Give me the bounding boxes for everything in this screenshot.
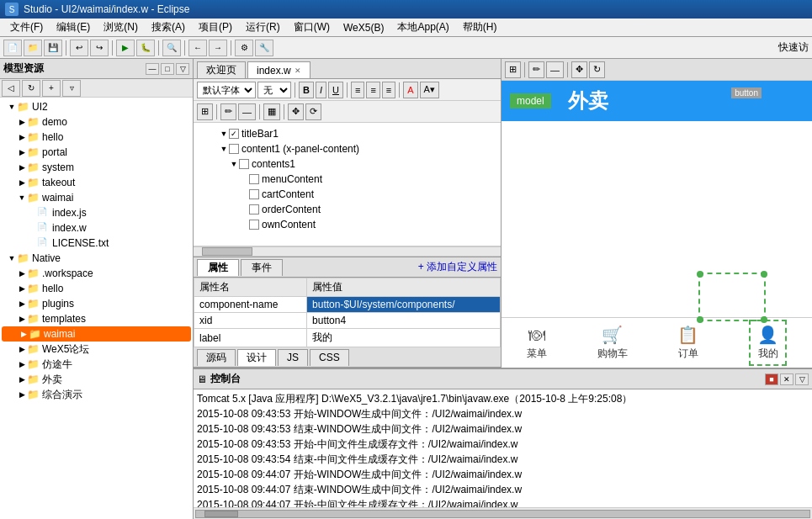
handle-tr[interactable] <box>761 271 767 278</box>
tree-editor-menucontent[interactable]: menuContent <box>195 172 499 187</box>
align-center-btn[interactable]: ≡ <box>366 82 379 98</box>
preview-grid-btn[interactable]: ⊞ <box>505 61 521 78</box>
source-tab-design[interactable]: 设计 <box>237 349 276 366</box>
expand-titlebar1[interactable]: ▼ <box>219 130 229 138</box>
check-content1[interactable] <box>229 144 239 154</box>
prop-tab-attributes[interactable]: 属性 <box>197 259 239 276</box>
expand-arrow-native[interactable]: ▼ <box>7 254 17 262</box>
tree-item-indexw[interactable]: 📄 index.w <box>0 220 193 236</box>
tab-indexw[interactable]: index.w ✕ <box>247 61 310 78</box>
handle-bl[interactable] <box>697 316 703 323</box>
tree-item-workspace[interactable]: ▶ 📁 .workspace <box>0 266 193 281</box>
tree-editor-ordercontent[interactable]: orderContent <box>195 202 499 217</box>
tree-item-wex5forum[interactable]: ▶ 📁 WeX5论坛 <box>0 342 193 357</box>
settings-btn[interactable]: 🔧 <box>255 40 273 56</box>
expand-arrow-plugins[interactable]: ▶ <box>17 299 27 308</box>
nav-item-mine[interactable]: 👤 我的 <box>749 320 787 366</box>
prop-value-2[interactable]: 我的 <box>307 329 501 347</box>
move-btn[interactable]: ✥ <box>288 103 304 120</box>
expand-arrow-wex5forum[interactable]: ▶ <box>17 345 27 353</box>
run-btn[interactable]: ▶ <box>116 40 135 56</box>
view-menu-btn[interactable]: ▽ <box>176 63 189 75</box>
console-scrollbar[interactable] <box>194 507 812 519</box>
grid-btn[interactable]: ⊞ <box>197 103 213 120</box>
tree-editor-content1[interactable]: ▼ content1 (x-panel-content) <box>195 141 499 156</box>
redo-btn[interactable]: ↪ <box>90 40 109 56</box>
back-btn[interactable]: ← <box>188 40 207 56</box>
save-btn[interactable]: 💾 <box>44 40 62 56</box>
expand-arrow-takeout[interactable]: ▶ <box>17 178 27 187</box>
expand-arrow-ui2[interactable]: ▼ <box>7 103 17 111</box>
expand-arrow-workspace[interactable]: ▶ <box>17 269 27 278</box>
tree-filter-btn[interactable]: ▿ <box>62 80 81 97</box>
expand-arrow-fangtun[interactable]: ▶ <box>17 360 27 368</box>
minimize-btn[interactable]: — <box>146 63 159 75</box>
console-close-btn[interactable]: ✕ <box>780 373 793 385</box>
open-btn[interactable]: 📁 <box>24 40 42 56</box>
check-cartcontent[interactable] <box>249 189 259 199</box>
undo-btn[interactable]: ↩ <box>70 40 88 56</box>
preview-refresh-btn[interactable]: ↻ <box>589 61 605 78</box>
handle-br[interactable] <box>761 316 767 323</box>
tree-item-templates[interactable]: ▶ 📁 templates <box>0 311 193 326</box>
underline-btn[interactable]: U <box>328 82 343 98</box>
bold-btn[interactable]: B <box>299 82 314 98</box>
pen-btn[interactable]: ✏ <box>220 103 236 120</box>
tree-item-waimai-ui2[interactable]: ▼ 📁 waimai <box>0 190 193 205</box>
align-left-btn[interactable]: ≡ <box>351 82 364 98</box>
console-scrollbar-track[interactable] <box>195 510 810 518</box>
expand-content1[interactable]: ▼ <box>219 145 229 153</box>
nav-item-order[interactable]: 📋 订单 <box>677 325 698 361</box>
tree-item-hello[interactable]: ▶ 📁 hello <box>0 130 193 145</box>
tree-editor-contents1[interactable]: ▼ contents1 <box>195 156 499 172</box>
expand-arrow-waimai-native[interactable]: ▶ <box>19 330 29 338</box>
font-family-select[interactable]: 默认字体 <box>197 82 256 98</box>
prop-tab-events[interactable]: 事件 <box>241 259 283 276</box>
tree-item-ui2[interactable]: ▼ 📁 UI2 <box>0 99 193 114</box>
check-owncontent[interactable] <box>249 220 259 230</box>
italic-btn[interactable]: I <box>316 82 326 98</box>
menu-wex5[interactable]: WeX5(B) <box>337 20 390 35</box>
expand-arrow-comprehensive[interactable]: ▶ <box>17 390 27 399</box>
nav-item-cart[interactable]: 🛒 购物车 <box>597 325 628 361</box>
check-menucontent[interactable] <box>249 174 259 184</box>
tree-item-hello-native[interactable]: ▶ 📁 hello <box>0 281 193 296</box>
tree-editor-owncontent[interactable]: ownContent <box>195 217 499 232</box>
menu-search[interactable]: 搜索(A) <box>145 19 192 36</box>
menu-browse[interactable]: 浏览(N) <box>97 19 145 36</box>
preview-pen-btn[interactable]: ✏ <box>528 61 544 78</box>
tree-collapse-btn[interactable]: ◁ <box>2 80 20 97</box>
menu-file[interactable]: 文件(F) <box>3 19 50 36</box>
console-minimize-btn[interactable]: ■ <box>765 373 778 385</box>
tree-item-fangtun[interactable]: ▶ 📁 仿途牛 <box>0 357 193 372</box>
preview-line-btn[interactable]: — <box>546 61 564 78</box>
debug-btn[interactable]: 🐛 <box>136 40 155 56</box>
source-tab-js[interactable]: JS <box>278 349 308 366</box>
tree-editor-titlebar1[interactable]: ▼ ✓ titleBar1 <box>195 126 499 141</box>
console-menu-btn[interactable]: ▽ <box>795 373 809 385</box>
tree-item-takeout[interactable]: ▶ 📁 takeout <box>0 175 193 190</box>
maximize-btn[interactable]: □ <box>161 63 174 75</box>
expand-arrow-waimai-ui2[interactable]: ▼ <box>17 193 27 202</box>
prop-value-0[interactable]: button-$UI/system/components/ <box>307 297 501 313</box>
h-scrollbar[interactable] <box>194 246 501 257</box>
tree-item-license[interactable]: 📄 LICENSE.txt <box>0 236 193 251</box>
search-btn[interactable]: 🔍 <box>162 40 181 56</box>
forward-btn[interactable]: → <box>209 40 227 56</box>
table-btn[interactable]: ▦ <box>263 103 280 120</box>
tree-item-demo[interactable]: ▶ 📁 demo <box>0 114 193 130</box>
menu-help[interactable]: 帮助(H) <box>456 19 504 36</box>
tree-editor-cartcontent[interactable]: cartContent <box>195 187 499 202</box>
add-property-btn[interactable]: + 添加自定义属性 <box>418 260 497 274</box>
expand-arrow-system[interactable]: ▶ <box>17 163 27 172</box>
h-scrollbar-thumb[interactable] <box>202 247 252 256</box>
new-btn[interactable]: 📄 <box>3 40 22 56</box>
tree-item-indexjs[interactable]: 📄 index.js <box>0 205 193 220</box>
tree-item-plugins[interactable]: ▶ 📁 plugins <box>0 296 193 311</box>
tree-item-portal[interactable]: ▶ 📁 portal <box>0 145 193 160</box>
font-size-select[interactable]: 无 <box>257 82 291 98</box>
menu-project[interactable]: 项目(P) <box>192 19 239 36</box>
menu-localapp[interactable]: 本地App(A) <box>390 19 455 36</box>
expand-arrow-hello[interactable]: ▶ <box>17 133 27 141</box>
expand-arrow-demo[interactable]: ▶ <box>17 118 27 126</box>
